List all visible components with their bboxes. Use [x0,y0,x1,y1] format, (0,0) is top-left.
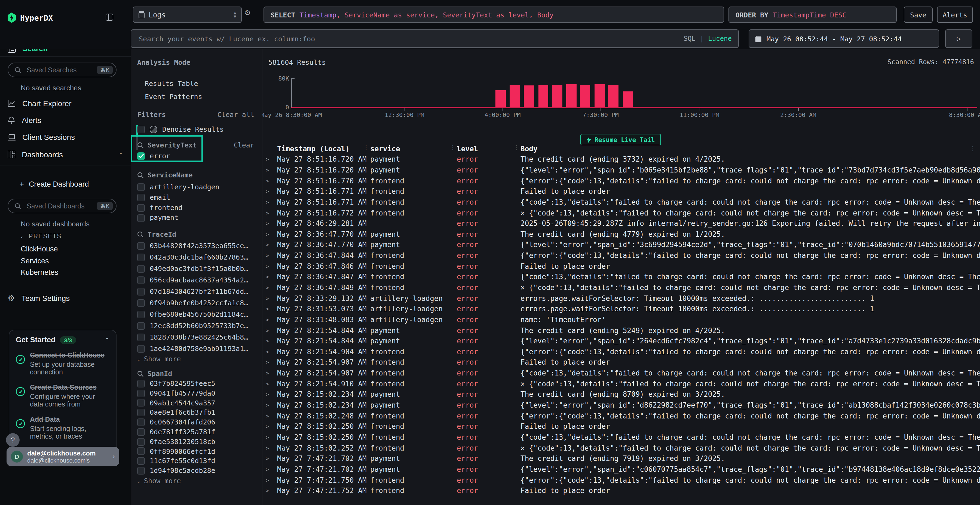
severity-group-header[interactable]: SeverityText [137,141,197,149]
histogram-bar[interactable] [566,85,577,108]
row-expand-chevron-icon[interactable]: > [266,434,277,440]
filter-value-row[interactable]: 056cd9acbaac8637a4354a2… [137,274,258,286]
table-row[interactable]: >May 27 8:15:02.250 AMfrontenderrorFaile… [262,421,980,432]
filter-value-row[interactable]: 03f7b824595feec5 [137,379,258,389]
row-expand-chevron-icon[interactable]: > [266,477,277,483]
row-expand-chevron-icon[interactable]: > [266,413,277,419]
table-row[interactable]: >May 27 7:47:21.750 AMfrontenderror{"err… [262,475,980,485]
trace-group-header[interactable]: TraceId [137,230,176,238]
row-expand-chevron-icon[interactable]: > [266,295,277,301]
filter-value-row[interactable]: artillery-loadgen [137,182,258,193]
checkbox-icon[interactable] [137,253,145,261]
row-expand-chevron-icon[interactable]: > [266,338,277,344]
histogram-bar[interactable] [538,85,549,108]
column-header-body[interactable]: Body⋮ [520,145,980,152]
row-expand-chevron-icon[interactable]: > [266,327,277,333]
filter-value-row[interactable]: 09041fb457779da0 [137,389,258,399]
table-row[interactable]: >May 27 7:47:21.702 AMpaymenterror{"leve… [262,464,980,475]
get-started-step[interactable]: Create Data Sources Configure where your… [16,382,110,408]
sidebar-collapse-icon[interactable] [106,14,113,21]
help-button[interactable]: ? [6,433,20,447]
sql-select-editor[interactable]: SELECT Timestamp, ServiceName as service… [264,6,724,23]
column-header-level[interactable]: level⋮ [457,145,520,152]
checkbox-icon[interactable] [137,287,145,295]
sidebar-item-alerts[interactable]: Alerts [8,116,41,125]
saved-dashboards-input[interactable] [25,202,93,210]
row-expand-chevron-icon[interactable]: > [266,167,277,173]
table-row[interactable]: >May 27 8:15:02.234 AMpaymenterrorThe cr… [262,389,980,400]
checkbox-icon[interactable] [137,310,145,318]
table-row[interactable]: >May 27 8:15:02.252 AMfrontenderror× {"c… [262,443,980,453]
checkbox-icon[interactable] [137,467,145,475]
filter-value-row[interactable]: 0ff8990066efcf1d [137,446,258,456]
histogram-bar[interactable] [622,91,633,108]
source-settings-gear-icon[interactable]: ⚙ [245,7,250,17]
filter-value-row[interactable]: error [137,152,258,160]
checkbox-icon[interactable] [137,438,145,445]
table-row[interactable]: >May 27 8:51:16.720 AMpaymenterror{"leve… [262,165,980,175]
row-expand-chevron-icon[interactable]: > [266,381,277,387]
table-row[interactable]: >May 27 8:36:47.849 AMfrontenderror× {"c… [262,282,980,293]
checkbox-icon[interactable] [137,204,145,212]
row-expand-chevron-icon[interactable]: > [266,242,277,248]
sidebar-item-dashboards[interactable]: Dashboards ⌃ [8,150,123,159]
table-row[interactable]: >May 27 8:51:16.770 AMfrontenderror{"err… [262,176,980,186]
clear-all-link[interactable]: Clear all [218,110,254,119]
checkbox-icon[interactable] [137,345,145,353]
trace-show-more[interactable]: ⌄ Show more [137,355,258,363]
histogram-bar[interactable] [580,85,590,108]
checkbox-icon[interactable] [137,194,145,201]
save-button[interactable]: Save [904,6,932,23]
checkbox-icon[interactable] [137,125,145,133]
row-expand-chevron-icon[interactable]: > [266,466,277,472]
results-histogram[interactable]: 80K0May 26 8:30:00 AM12:30:00 PM4:00:00 … [262,49,980,120]
get-started-header[interactable]: Get Started 3/3 ⌃ [16,336,110,344]
row-expand-chevron-icon[interactable]: > [266,188,277,194]
checkbox-icon[interactable] [137,184,145,191]
chevron-up-icon[interactable]: ⌃ [118,152,123,157]
span-show-more[interactable]: ⌄ Show more [137,477,258,485]
filter-value-row[interactable]: 11c67fe55c0d13fd [137,456,258,466]
table-row[interactable]: >May 27 8:31:53.073 AMartillery-loadgene… [262,304,980,314]
row-expand-chevron-icon[interactable]: > [266,221,277,226]
histogram-bar[interactable] [496,91,506,108]
alerts-button[interactable]: Alerts [937,6,973,23]
sidebar-item-chart-explorer[interactable]: Chart Explorer [8,99,72,108]
span-group-header[interactable]: SpanId [137,370,172,378]
table-row[interactable]: >May 27 8:46:29.281 AMerror2025-05-26T09… [262,218,980,229]
table-row[interactable]: >May 27 8:21:54.907 AMfrontenderror{"cod… [262,368,980,378]
table-row[interactable]: >May 27 8:21:54.844 AMpaymenterrorThe cr… [262,325,980,336]
row-expand-chevron-icon[interactable]: > [266,199,277,205]
order-by-editor[interactable]: ORDER BY TimestampTime DESC [729,6,897,23]
row-expand-chevron-icon[interactable]: > [266,231,277,237]
filter-value-row[interactable]: 07d184304627bf2f11b67dd… [137,286,258,297]
row-expand-chevron-icon[interactable]: > [266,284,277,291]
filter-value-row[interactable]: 0ae8e1f6c6b37fb1 [137,408,258,418]
histogram-bar[interactable] [595,85,605,108]
row-expand-chevron-icon[interactable]: > [266,317,277,323]
severity-clear-link[interactable]: Clear [234,141,254,149]
row-expand-chevron-icon[interactable]: > [266,306,277,312]
column-header-timestamp[interactable]: Timestamp (Local)⋮ [277,145,370,152]
row-expand-chevron-icon[interactable]: > [266,252,277,259]
column-drag-handle[interactable]: ⋮ [450,145,456,151]
search-input[interactable] [138,34,684,43]
table-row[interactable]: >May 27 8:36:47.770 AMpaymenterrorThe cr… [262,229,980,240]
row-expand-chevron-icon[interactable]: > [266,370,277,376]
filter-value-row[interactable]: 1d94f08c5acdb28e [137,466,258,476]
filter-value-row[interactable]: 0c0667304fafd206 [137,418,258,427]
table-row[interactable]: >May 27 8:33:29.132 AMartillery-loadgene… [262,293,980,304]
mode-results-table[interactable]: Results Table [145,79,198,87]
table-row[interactable]: >May 27 8:51:16.771 AMfrontenderrorFaile… [262,186,980,197]
table-row[interactable]: >May 27 7:47:21.702 AMpaymenterrorThe cr… [262,453,980,464]
table-row[interactable]: >May 27 8:31:48.083 AMartillery-loadgene… [262,314,980,325]
create-dashboard-button[interactable]: + Create Dashboard [20,180,89,188]
checkbox-icon[interactable] [137,333,145,341]
saved-dashboards-search[interactable]: ⌘K [8,199,116,213]
checkbox-icon[interactable] [137,380,145,387]
mode-event-patterns[interactable]: Event Patterns [145,92,202,101]
get-started-step[interactable]: Connect to ClickHouse Set up your databa… [16,350,110,376]
filter-value-row[interactable]: 03b44828f42a3573ea655ce… [137,240,258,251]
table-row[interactable]: >May 27 8:36:47.847 AMfrontenderror{"cod… [262,272,980,282]
checkbox-icon[interactable] [137,322,145,329]
